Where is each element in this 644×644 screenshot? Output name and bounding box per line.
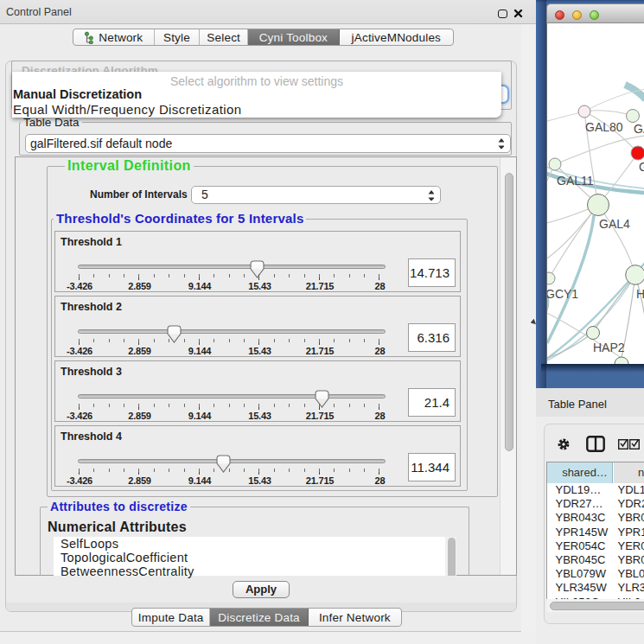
svg-text:H: H bbox=[636, 287, 644, 301]
svg-text:GAL80: GAL80 bbox=[585, 120, 623, 134]
svg-text:GAL11: GAL11 bbox=[557, 174, 594, 188]
svg-text:HAP2: HAP2 bbox=[593, 341, 625, 354]
svg-text:GCY1: GCY1 bbox=[547, 287, 578, 301]
svg-text:GA: GA bbox=[634, 122, 644, 136]
svg-text:GAL4: GAL4 bbox=[599, 217, 630, 231]
svg-text:G: G bbox=[639, 160, 644, 174]
